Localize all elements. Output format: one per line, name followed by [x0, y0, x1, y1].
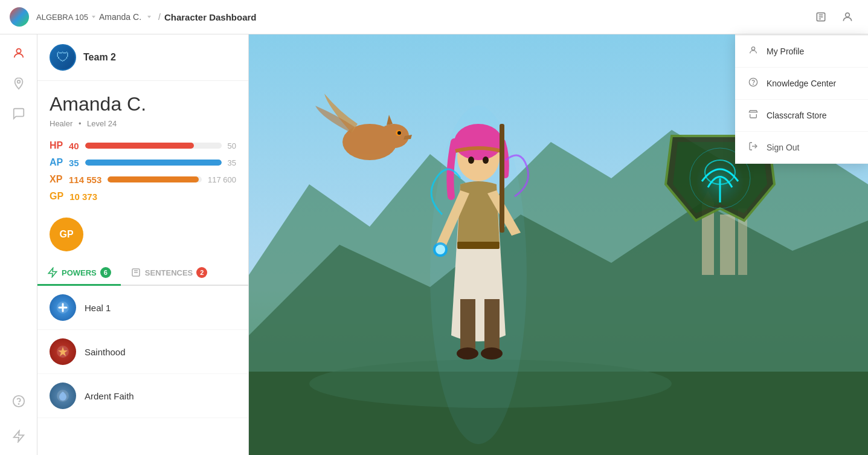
- dropdown-knowledge-center[interactable]: Knowledge Center: [735, 68, 868, 100]
- power-item-ardent[interactable]: Ardent Faith: [37, 374, 248, 418]
- xp-max: 117 600: [208, 175, 236, 184]
- svg-point-45: [397, 131, 401, 135]
- power-item-sainthood[interactable]: Sainthood: [37, 330, 248, 374]
- ap-row: AP 35 35: [50, 157, 236, 168]
- team-header: 🛡 Team 2: [37, 34, 248, 81]
- svg-marker-1: [147, 16, 151, 18]
- sainthood-svg: [56, 344, 70, 359]
- heal-power-name: Heal 1: [85, 303, 111, 313]
- xp-row: XP 114 553 117 600: [50, 174, 236, 185]
- svg-rect-32: [484, 299, 500, 353]
- gp-label: GP: [50, 191, 63, 202]
- ap-max: 35: [228, 158, 236, 167]
- svg-point-33: [457, 347, 478, 360]
- heal-svg: [56, 300, 70, 315]
- ap-bar: [85, 160, 222, 166]
- svg-point-7: [16, 49, 21, 53]
- sainthood-power-name: Sainthood: [85, 347, 126, 357]
- dropdown-sign-out[interactable]: Sign Out: [735, 132, 868, 164]
- my-profile-label: My Profile: [767, 47, 804, 56]
- sainthood-icon: [50, 338, 76, 365]
- character-meta: Healer • Level 24: [50, 119, 236, 128]
- sentences-badge: 2: [196, 267, 207, 278]
- hp-bar: [85, 143, 194, 149]
- course-name[interactable]: ALGEBRA 105: [36, 13, 88, 22]
- notes-icon-btn[interactable]: [810, 6, 832, 28]
- svg-point-37: [468, 157, 474, 164]
- character-class: Healer: [50, 119, 72, 128]
- sidebar-icon-chat[interactable]: [10, 105, 28, 123]
- svg-rect-30: [457, 242, 500, 249]
- hp-current: 40: [69, 141, 79, 151]
- meta-bullet: •: [79, 119, 82, 128]
- profile-icon: [747, 45, 759, 57]
- svg-point-34: [481, 347, 503, 360]
- help-icon: [747, 77, 759, 89]
- xp-label: XP: [50, 174, 69, 185]
- xp-bar: [108, 176, 199, 182]
- powers-tab-label: POWERS: [62, 268, 97, 277]
- character-name: Amanda C.: [50, 93, 236, 115]
- page-title: Character Dashboard: [164, 12, 257, 22]
- svg-point-46: [751, 47, 754, 50]
- svg-point-36: [454, 124, 503, 160]
- sidebar-icon-power[interactable]: [10, 427, 28, 445]
- stats-section: HP 40 50 AP 35 35 XP 114 553 117 600: [37, 134, 248, 208]
- svg-point-43: [379, 124, 409, 148]
- ap-current: 35: [69, 158, 79, 168]
- hp-label: HP: [50, 140, 69, 151]
- svg-point-38: [483, 157, 489, 164]
- breadcrumb-separator: /: [158, 12, 161, 22]
- user-icon-btn[interactable]: [837, 6, 858, 28]
- powers-icon: [47, 267, 58, 278]
- svg-point-6: [846, 13, 850, 17]
- left-panel: 🛡 Team 2 Amanda C. Healer • Level 24 HP …: [37, 34, 249, 455]
- sign-out-label: Sign Out: [767, 143, 799, 152]
- tab-sentences[interactable]: SENTENCES 2: [121, 261, 217, 286]
- character-info: Amanda C. Healer • Level 24: [37, 81, 248, 134]
- power-item-heal[interactable]: Heal 1: [37, 286, 248, 330]
- dropdown-my-profile[interactable]: My Profile: [735, 36, 868, 68]
- hp-max: 50: [228, 141, 236, 150]
- user-dropdown-icon: [146, 14, 152, 20]
- svg-rect-39: [500, 124, 504, 233]
- breadcrumb-user: Amanda C.: [99, 12, 141, 22]
- sidebar-icon-help[interactable]: [10, 392, 28, 410]
- sidebar-icon-map[interactable]: [10, 74, 28, 92]
- ardent-svg: [56, 389, 70, 403]
- svg-rect-31: [460, 299, 475, 353]
- dropdown-menu: My Profile Knowledge Center Classcraft S…: [735, 34, 868, 164]
- ap-bar-wrap: [85, 160, 222, 166]
- gp-row: GP 10 373: [50, 191, 236, 202]
- svg-rect-24: [720, 215, 735, 275]
- svg-point-41: [436, 245, 445, 254]
- sidebar-icon-user[interactable]: [10, 44, 28, 62]
- store-label: Classcraft Store: [767, 111, 827, 120]
- hp-bar-wrap: [85, 143, 222, 149]
- svg-marker-0: [92, 16, 95, 18]
- gp-value: 10 373: [69, 192, 97, 202]
- gp-circle-button[interactable]: GP: [50, 218, 83, 251]
- svg-point-8: [17, 80, 20, 83]
- team-name: Team 2: [83, 52, 116, 63]
- dropdown-arrow-icon: [91, 14, 97, 20]
- sentences-tab-label: SENTENCES: [145, 268, 193, 277]
- xp-current: 114 553: [69, 175, 101, 185]
- topbar: ALGEBRA 105 Amanda C. / Character Dashbo…: [0, 0, 868, 34]
- store-icon: [747, 109, 759, 121]
- sidebar: [0, 34, 37, 455]
- signout-icon: [747, 141, 759, 153]
- powers-list: Heal 1 Sainthood Ardent Faith: [37, 286, 248, 418]
- heal-icon: [50, 294, 76, 321]
- powers-badge: 6: [100, 267, 111, 278]
- power-tabs: POWERS 6 SENTENCES 2: [37, 261, 248, 286]
- ap-label: AP: [50, 157, 69, 168]
- team-shield-icon: 🛡: [56, 50, 69, 65]
- app-logo[interactable]: [10, 7, 29, 27]
- character-level: Level 24: [87, 119, 117, 128]
- ardent-power-name: Ardent Faith: [85, 391, 134, 401]
- dropdown-store[interactable]: Classcraft Store: [735, 100, 868, 132]
- hp-row: HP 40 50: [50, 140, 236, 151]
- xp-bar-wrap: [108, 176, 202, 182]
- tab-powers[interactable]: POWERS 6: [37, 261, 121, 286]
